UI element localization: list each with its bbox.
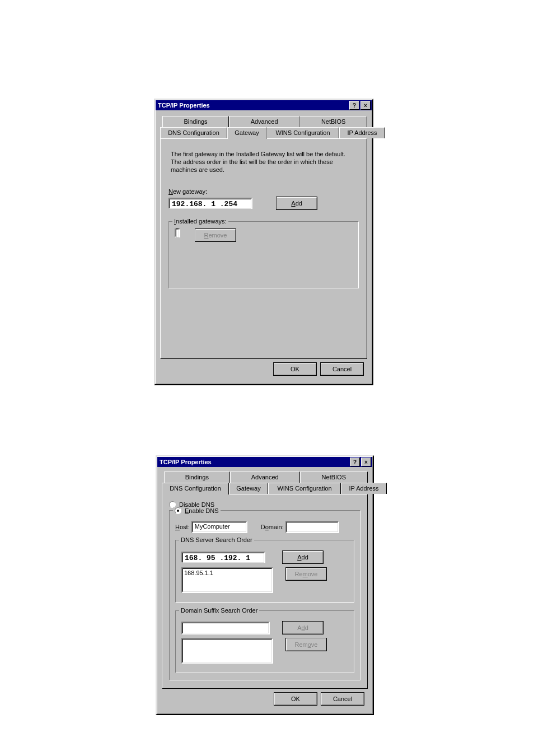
dns-server-input[interactable]: 168. 95 .192. 1 bbox=[181, 552, 265, 563]
tcpip-properties-dialog-dns: TCP/IP Properties ? × Bindings Advanced … bbox=[156, 455, 374, 715]
tcpip-properties-dialog-gateway: TCP/IP Properties ? × Bindings Advanced … bbox=[154, 99, 373, 385]
dns-remove-button: Remove bbox=[285, 567, 327, 581]
ok-button[interactable]: OK bbox=[273, 362, 317, 376]
tab-bindings[interactable]: Bindings bbox=[164, 472, 230, 483]
domain-input[interactable] bbox=[285, 521, 339, 533]
enable-dns-label: Enable DNS bbox=[185, 507, 219, 514]
tab-advanced[interactable]: Advanced bbox=[230, 472, 300, 483]
dns-add-button[interactable]: Add bbox=[282, 550, 324, 564]
domain-suffix-list[interactable] bbox=[181, 638, 273, 664]
enable-dns-radio[interactable]: Enable DNS bbox=[173, 507, 221, 514]
remove-button: Remove bbox=[195, 228, 236, 242]
tab-gateway[interactable]: Gateway bbox=[227, 127, 266, 139]
domain-suffix-input[interactable] bbox=[181, 622, 270, 634]
domain-label: Domain: bbox=[261, 524, 285, 530]
tab-wins-configuration[interactable]: WINS Configuration bbox=[268, 483, 341, 494]
dns-search-order-label: DNS Server Search Order bbox=[179, 536, 254, 543]
new-gateway-label: New gateway: bbox=[168, 188, 359, 195]
installed-gateways-list[interactable] bbox=[175, 228, 180, 237]
installed-gateways-label: Installed gateways: bbox=[172, 218, 228, 225]
host-label: Host: bbox=[175, 524, 191, 530]
tab-wins-configuration[interactable]: WINS Configuration bbox=[266, 127, 339, 138]
tab-netbios[interactable]: NetBIOS bbox=[299, 116, 367, 127]
help-icon[interactable]: ? bbox=[350, 458, 360, 466]
tab-dns-configuration[interactable]: DNS Configuration bbox=[162, 483, 229, 494]
host-input[interactable]: MyComputer bbox=[191, 521, 247, 533]
help-icon[interactable]: ? bbox=[349, 101, 359, 110]
close-icon[interactable]: × bbox=[361, 458, 371, 466]
tab-advanced[interactable]: Advanced bbox=[229, 116, 299, 127]
tab-dns-configuration[interactable]: DNS Configuration bbox=[160, 127, 227, 138]
add-button[interactable]: Add bbox=[276, 197, 317, 210]
suffix-remove-button: Remove bbox=[285, 638, 327, 651]
tab-bindings[interactable]: Bindings bbox=[162, 116, 229, 127]
tab-netbios[interactable]: NetBIOS bbox=[300, 472, 368, 483]
window-title: TCP/IP Properties bbox=[158, 459, 349, 465]
cancel-button[interactable]: Cancel bbox=[320, 362, 364, 376]
tab-gateway[interactable]: Gateway bbox=[229, 483, 268, 494]
radio-icon bbox=[175, 507, 181, 514]
tab-ip-address[interactable]: IP Address bbox=[341, 483, 387, 494]
ok-button[interactable]: OK bbox=[274, 692, 317, 706]
window-title: TCP/IP Properties bbox=[157, 102, 348, 109]
gateway-description: The first gateway in the Installed Gatew… bbox=[171, 150, 357, 174]
suffix-add-button: Add bbox=[282, 621, 324, 634]
cancel-button[interactable]: Cancel bbox=[321, 692, 364, 706]
titlebar[interactable]: TCP/IP Properties ? × bbox=[156, 100, 372, 110]
dns-server-list[interactable]: 168.95.1.1 bbox=[181, 567, 273, 593]
new-gateway-input[interactable]: 192.168. 1 .254 bbox=[168, 198, 252, 209]
tab-ip-address[interactable]: IP Address bbox=[339, 127, 385, 138]
close-icon[interactable]: × bbox=[360, 101, 371, 110]
domain-suffix-label: Domain Suffix Search Order bbox=[179, 607, 259, 614]
titlebar[interactable]: TCP/IP Properties ? × bbox=[157, 457, 372, 467]
list-item[interactable]: 168.95.1.1 bbox=[184, 570, 270, 576]
